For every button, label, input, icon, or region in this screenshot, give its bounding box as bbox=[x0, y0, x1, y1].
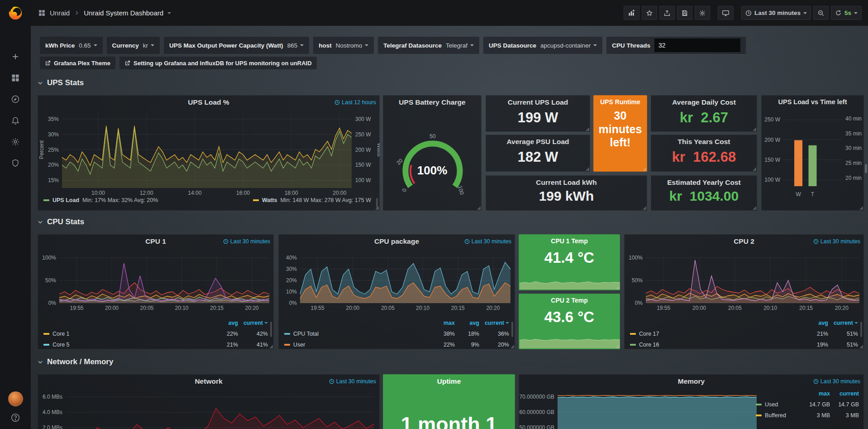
panel-time-range[interactable]: Last 30 minutes bbox=[813, 238, 860, 245]
resize-handle[interactable] bbox=[643, 206, 646, 210]
star-button[interactable] bbox=[642, 6, 657, 20]
legend-item[interactable]: UPS Load Min: 17% Max: 32% Avg: 20% bbox=[43, 197, 158, 203]
resize-handle[interactable] bbox=[753, 127, 756, 131]
panel-title[interactable]: Current Load kWh bbox=[498, 178, 635, 187]
ups-load-chart[interactable]: 10:0012:0014:0016:0018:0020:0015%20%25%3… bbox=[38, 108, 380, 197]
legend-scrollbar[interactable] bbox=[270, 322, 272, 337]
zoom-out-button[interactable] bbox=[813, 6, 829, 20]
legend-sort-current[interactable]: current bbox=[828, 320, 858, 326]
panel-title[interactable]: UPS Load % bbox=[50, 98, 367, 106]
legend-sort-current[interactable]: current bbox=[479, 320, 509, 326]
legend-scrollbar[interactable] bbox=[511, 322, 513, 337]
variable-kwh-price[interactable]: kWh Price 0.65 bbox=[40, 37, 103, 54]
chevron-down-icon[interactable] bbox=[167, 12, 171, 14]
resize-handle[interactable] bbox=[753, 167, 756, 171]
resize-handle[interactable] bbox=[859, 206, 863, 210]
cpu-package-chart[interactable]: 19:5520:0020:0520:1020:1520:200%10%20%30… bbox=[279, 247, 515, 320]
sidebar-item-dashboards[interactable] bbox=[0, 67, 31, 88]
panel-title[interactable]: This Years Cost bbox=[663, 138, 745, 146]
legend-item[interactable]: Core 16 bbox=[630, 342, 802, 348]
panel-title[interactable]: UPS Load vs Time left bbox=[763, 98, 862, 106]
help-button[interactable] bbox=[10, 413, 20, 423]
add-panel-button[interactable] bbox=[624, 6, 639, 20]
legend-item[interactable]: CPU Total bbox=[284, 331, 429, 337]
legend-item[interactable]: Core 1 bbox=[43, 331, 212, 337]
battery-gauge[interactable]: 02050100 bbox=[384, 108, 482, 209]
resize-handle[interactable] bbox=[477, 206, 481, 210]
legend-sort-avg[interactable]: avg bbox=[212, 320, 238, 326]
legend-sort-max[interactable]: max bbox=[802, 390, 830, 397]
grafana-logo[interactable] bbox=[0, 0, 31, 26]
panel-title[interactable]: Network bbox=[50, 377, 367, 386]
breadcrumb-page[interactable]: Unraid System Dashboard bbox=[84, 9, 163, 17]
cpu1-chart[interactable]: 19:5520:0020:0520:1020:1520:200%50%100% bbox=[38, 247, 274, 320]
dashboard-settings-button[interactable] bbox=[695, 6, 710, 20]
refresh-button[interactable]: 5s bbox=[831, 6, 862, 20]
panel-title[interactable]: Estimated Yearly Cost bbox=[663, 178, 745, 187]
chevron-down-icon[interactable] bbox=[854, 12, 858, 14]
panel-title[interactable]: UPS Battery Charge bbox=[386, 98, 478, 106]
resize-handle[interactable] bbox=[643, 167, 646, 171]
legend-sort-avg[interactable]: avg bbox=[802, 320, 828, 326]
legend-item[interactable]: Used bbox=[756, 401, 802, 408]
panel-title[interactable]: Current UPS Load bbox=[498, 98, 578, 106]
legend-item[interactable]: Core 5 bbox=[43, 342, 212, 348]
resize-handle[interactable] bbox=[510, 345, 514, 348]
sidebar-item-server-admin[interactable] bbox=[0, 152, 31, 174]
time-range-picker[interactable]: Last 30 minutes bbox=[741, 6, 811, 20]
resize-handle[interactable] bbox=[586, 167, 589, 171]
legend-item[interactable]: Core 17 bbox=[630, 331, 802, 337]
section-cpu-stats[interactable]: CPU Stats bbox=[37, 217, 84, 227]
panel-title[interactable]: Average PSU Load bbox=[498, 138, 578, 146]
breadcrumb-app[interactable]: Unraid bbox=[50, 9, 70, 17]
panel-time-range[interactable]: Last 30 minutes bbox=[223, 238, 270, 245]
variable-currency[interactable]: Currency kr bbox=[107, 37, 160, 54]
save-button[interactable] bbox=[677, 6, 692, 20]
panel-title[interactable]: Memory bbox=[531, 377, 852, 386]
link-grafana-plex-theme[interactable]: Grafana Plex Theme bbox=[40, 57, 115, 69]
variable-host[interactable]: host Nostromo bbox=[313, 37, 374, 54]
page-scrollbar[interactable] bbox=[865, 164, 867, 173]
legend-item[interactable]: Buffered bbox=[756, 412, 802, 419]
sidebar-item-configuration[interactable] bbox=[0, 131, 31, 152]
cycle-view-button[interactable] bbox=[718, 6, 734, 20]
share-button[interactable] bbox=[659, 6, 675, 20]
memory-chart[interactable]: 50.000000 GB60.000000 GB70.000000 GB bbox=[520, 387, 759, 429]
legend-item[interactable]: User bbox=[284, 342, 429, 348]
legend-sort-current[interactable]: current bbox=[830, 390, 859, 397]
panel-title[interactable]: Uptime bbox=[386, 377, 512, 386]
legend-sort-max[interactable]: max bbox=[429, 320, 455, 326]
panel-time-range[interactable]: Last 12 hours bbox=[334, 99, 376, 106]
section-network-memory[interactable]: Network / Memory bbox=[37, 357, 113, 366]
link-ups-monitoring-guide[interactable]: Setting up Grafana and InfluxDB for UPS … bbox=[119, 57, 317, 69]
panel-time-range[interactable]: Last 30 minutes bbox=[813, 378, 860, 385]
sidebar-item-explore[interactable] bbox=[0, 88, 31, 110]
panel-title[interactable]: CPU 1 Temp bbox=[522, 237, 617, 245]
user-avatar[interactable] bbox=[8, 391, 23, 406]
legend-sort-current[interactable]: current bbox=[238, 320, 268, 326]
variable-ups-max-output[interactable]: UPS Max Output Power Capacity (Watt) 865 bbox=[164, 37, 309, 54]
section-ups-stats[interactable]: UPS Stats bbox=[37, 78, 84, 87]
resize-handle[interactable] bbox=[753, 206, 756, 210]
ups-load-vs-time-chart[interactable]: 100 W150 W200 W250 W20 min25 min30 min35… bbox=[762, 108, 864, 203]
variable-ups-datasource[interactable]: UPS Datasource apcupsd-container bbox=[483, 37, 602, 54]
resize-handle[interactable] bbox=[269, 345, 273, 348]
panel-title[interactable]: UPS Runtime bbox=[596, 98, 644, 106]
resize-handle[interactable] bbox=[615, 345, 619, 348]
apps-grid-icon[interactable] bbox=[38, 9, 46, 17]
panel-time-range[interactable]: Last 30 minutes bbox=[329, 378, 376, 385]
panel-time-range[interactable]: Last 30 minutes bbox=[464, 238, 511, 245]
resize-handle[interactable] bbox=[375, 206, 379, 210]
resize-handle[interactable] bbox=[586, 127, 589, 131]
network-chart[interactable]: 2.0 MBs4.0 MBs6.0 MBs bbox=[38, 387, 380, 429]
cpu2-chart[interactable]: 19:5520:0020:0520:1020:1520:200%50%100% bbox=[625, 247, 864, 320]
variable-telegraf-datasource[interactable]: Telegraf Datasource Telegraf bbox=[378, 37, 479, 54]
legend-sort-avg[interactable]: avg bbox=[455, 320, 479, 326]
sidebar-item-create[interactable] bbox=[0, 46, 31, 67]
resize-handle[interactable] bbox=[859, 345, 863, 348]
panel-title[interactable]: CPU 2 Temp bbox=[522, 297, 617, 304]
sidebar-item-alerting[interactable] bbox=[0, 110, 31, 131]
cpu-threads-input[interactable] bbox=[654, 39, 740, 52]
legend-scrollbar[interactable] bbox=[860, 322, 862, 337]
panel-title[interactable]: Average Daily Cost bbox=[663, 98, 745, 106]
